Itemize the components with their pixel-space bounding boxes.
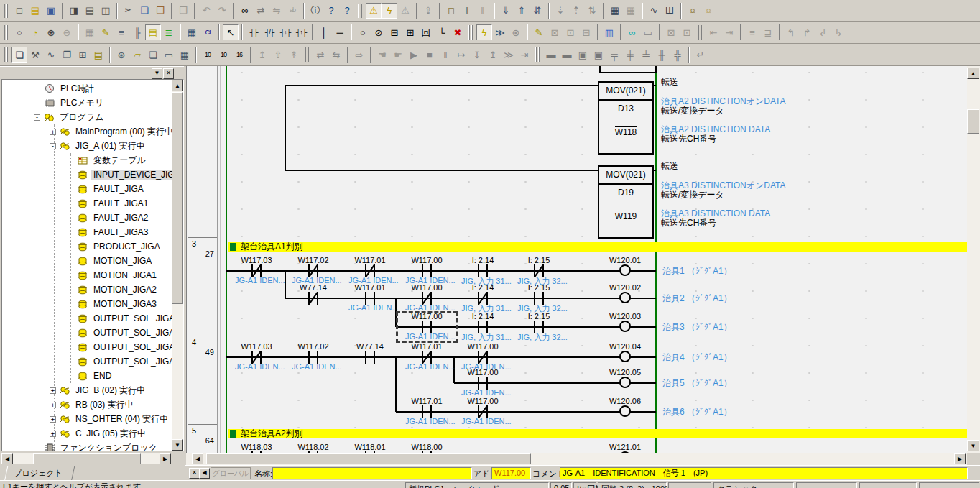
address-find-button[interactable]: ⇄ [253,3,269,19]
open-file-button[interactable]: ▤ [27,3,43,19]
save-button[interactable]: ▣ [43,3,59,19]
symbol-bar-collapse-button[interactable]: ◀ [199,468,210,479]
cross-reference-button[interactable]: ⊛ [114,47,129,63]
monitor-signed-decimal-button[interactable]: 10 [216,47,231,63]
diff-monitor-5-button[interactable]: ╬ [670,47,685,63]
debug-run-button[interactable]: ▶ [406,47,422,63]
address-value-field[interactable]: W117.00 [491,467,531,479]
symbol-bar-close-button[interactable]: ✕ [189,468,200,479]
new-instruction-2-button[interactable]: ⊞ [402,24,418,40]
tree-scroll-thumb[interactable] [172,92,183,304]
breakpoint-2-button[interactable]: ▬ [559,47,575,63]
diff-monitor-3-button[interactable]: ╧ [638,47,654,63]
tree-scroll-down-button[interactable]: ▼ [172,439,183,451]
toolbar-grip[interactable] [305,47,310,62]
online-monitor-button[interactable]: ϟ [382,3,397,19]
toolbar-grip[interactable] [4,25,9,40]
transfer-warning-button[interactable]: ⇪ [420,3,436,19]
tree-scroll-up-button[interactable]: ▲ [172,80,183,91]
memory-view-button[interactable]: ▦ [177,47,193,63]
toolbar-grip[interactable] [468,25,473,40]
new-coil-closed-button[interactable]: ⊘ [371,24,387,40]
go-to-next-output-button[interactable]: ↲ [815,24,831,40]
replace-button[interactable]: ⇋ [269,3,285,19]
tree-item-product-jiga[interactable]: PRODUCT_JIGA [2,239,172,254]
toolbar-grip[interactable] [535,47,540,62]
tree-item-fault-jiga2[interactable]: FAULT_JIGA2 [2,211,172,225]
tree-hscrollbar[interactable]: ◀ ▶ [1,453,171,464]
ladder-vscroll-thumb[interactable] [967,109,979,134]
outdent-button[interactable]: ⇥ [721,24,737,40]
symbol-table-button[interactable]: ▦ [184,24,200,40]
diff-monitor-2-button[interactable]: ╪ [622,47,638,63]
rung-margin-cell[interactable]: 449 [188,336,217,424]
new-contact-closed-button[interactable]: ┤/├ [262,24,277,40]
edit-begin-button[interactable]: ✎ [531,24,547,40]
send-changes-button[interactable]: ⇨ [351,47,367,63]
instruction-box-mov[interactable]: MOV(021)D19W119 [598,165,654,239]
force-off-button[interactable]: ⊡ [679,24,695,40]
comment-field[interactable]: JG-A1 IDENTIFICATION 信号 1 (JP) [560,467,968,479]
zoom-out-button[interactable]: ⊖ [59,24,75,40]
partial-transfer-up-button[interactable]: ⇡ [568,3,584,19]
ci-window-button[interactable]: CI [200,24,216,40]
cascade-windows-button[interactable]: ❏ [11,47,27,63]
align-top-button[interactable]: ⊒ [760,24,776,40]
expand-icon[interactable]: + [50,387,56,394]
toolbar-grip[interactable] [358,4,363,18]
align-left-button[interactable]: ≡ [744,24,760,40]
return-jump-button[interactable]: ↵ [693,47,708,63]
io-table-window-2-button[interactable]: ▦ [623,3,639,19]
ladder-hscrollbar[interactable]: ◀ ▶ [186,453,967,465]
go-to-next-address-button[interactable]: ↰ [783,24,799,40]
panel-menu-button[interactable]: ▼ [152,68,162,79]
new-file-button[interactable]: □ [11,3,27,19]
redo-button[interactable]: ↷ [214,3,230,19]
symbol-scope-tab[interactable]: グローバル [211,467,251,479]
tree-scroll-right-button[interactable]: ▶ [160,453,171,464]
online-edit-compile-button[interactable]: ⊛ [508,24,524,40]
new-coil-button[interactable]: ○ [355,24,371,40]
toolbar-grip[interactable] [4,4,9,18]
paste-brief-button[interactable]: ❒ [175,3,191,19]
new-vertical-button[interactable]: │ [316,24,332,40]
tree-item-mainprogram-00-[interactable]: +MainProgram (00) 実行中 [2,124,172,139]
address-tag-button[interactable]: ▱ [129,47,145,63]
select-mode-button[interactable]: ↖ [223,24,239,40]
expand-icon[interactable]: + [50,402,56,408]
expand-icon[interactable]: + [50,431,56,437]
online-work-button[interactable]: ⊓ [443,3,459,19]
tree-item-jig-b-02-[interactable]: +JIG_B (02) 実行中 [2,383,172,397]
tree-item-output-sol-jiga1[interactable]: OUTPUT_SOL_JIGA1 [2,326,172,340]
indent-button[interactable]: ⇤ [706,24,721,40]
go-to-prev-address-button[interactable]: ↱ [799,24,815,40]
tree-item-motion-jiga3[interactable]: MOTION_JIGA3 [2,297,172,311]
rung-margin-cell[interactable]: 327 [188,237,217,336]
tree-item-plc-[interactable]: PLCメモリ [2,96,172,110]
tree-item-motion-jiga[interactable]: MOTION_JIGA [2,254,172,268]
release-password-button[interactable]: ¤ [701,3,716,19]
tab-project[interactable]: プロジェクト [4,466,75,482]
ladder-scroll-left-button[interactable]: ◀ [192,453,203,464]
tree-item-end[interactable]: END [2,369,172,383]
cut-button[interactable]: ✂ [121,3,137,19]
new-corner-button[interactable]: └ [434,24,450,40]
tree-hscroll-thumb[interactable] [33,453,141,464]
mnemonic-view-button[interactable]: ≣ [161,24,177,40]
debug-stop-button[interactable]: ■ [422,47,438,63]
tree-item--[interactable]: -プログラム [2,110,172,124]
tree-item-plc-[interactable]: PLC時計 [2,81,172,96]
copy-button[interactable]: ❏ [137,3,152,19]
find-report-button[interactable]: ◨ [66,3,82,19]
expand-icon[interactable]: + [50,129,56,135]
edit-release-button[interactable]: ⊟ [578,24,594,40]
paste-button[interactable]: ❒ [152,3,168,19]
debug-pause-button[interactable]: ‖ [438,47,453,63]
transfer-from-plc-button[interactable]: ⇑ [514,3,530,19]
data-trace-button[interactable]: ∿ [646,3,662,19]
fast-forward-button[interactable]: ≫ [501,47,517,63]
rung-margin-cell[interactable] [188,66,217,237]
io-table-window-button[interactable]: ▦ [607,3,623,19]
step-up-2-button[interactable]: ⇧ [270,47,286,63]
pause-hand-2-button[interactable]: ☛ [390,47,406,63]
